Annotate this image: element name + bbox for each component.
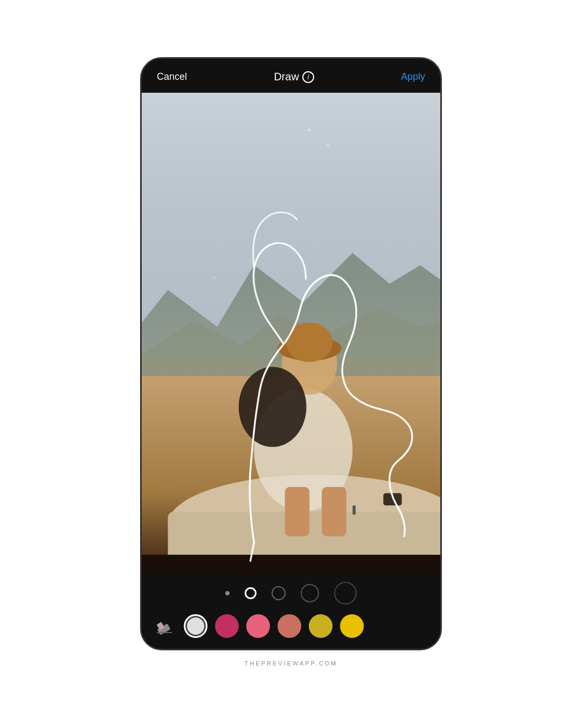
photo-scene — [142, 93, 440, 573]
cancel-button[interactable]: Cancel — [157, 71, 187, 83]
svg-point-1 — [308, 128, 311, 131]
svg-rect-15 — [352, 505, 356, 514]
info-button[interactable]: i — [302, 71, 314, 83]
svg-rect-12 — [285, 487, 310, 536]
controls-area — [142, 573, 440, 649]
brush-size-lg[interactable] — [301, 584, 319, 602]
brush-size-sm[interactable] — [245, 587, 257, 599]
svg-rect-16 — [142, 555, 440, 573]
svg-rect-13 — [322, 487, 347, 536]
svg-point-2 — [327, 144, 329, 146]
phone-frame: Cancel Draw i Apply — [140, 57, 442, 650]
svg-point-3 — [213, 277, 214, 278]
draw-label: Draw — [274, 71, 299, 83]
color-swatch-white[interactable] — [184, 614, 207, 638]
brush-size-md[interactable] — [272, 586, 286, 600]
apply-button[interactable]: Apply — [401, 71, 425, 83]
eraser-button[interactable] — [153, 614, 176, 638]
color-swatch-yellow[interactable] — [340, 614, 364, 638]
drawing-canvas[interactable] — [142, 93, 440, 573]
watermark: THEPREVIEWAPP.COM — [245, 650, 338, 671]
draw-title: Draw i — [274, 71, 314, 83]
brush-size-row — [153, 582, 429, 605]
svg-point-11 — [239, 367, 307, 447]
color-swatch-salmon[interactable] — [278, 614, 301, 638]
top-bar: Cancel Draw i Apply — [142, 59, 440, 93]
brush-size-xs[interactable] — [225, 591, 230, 595]
color-swatch-dark-rose[interactable] — [215, 614, 239, 638]
brush-size-xl[interactable] — [334, 582, 357, 605]
color-swatch-yellow-green[interactable] — [309, 614, 332, 638]
color-swatch-pink[interactable] — [246, 614, 270, 638]
color-row — [153, 614, 429, 638]
